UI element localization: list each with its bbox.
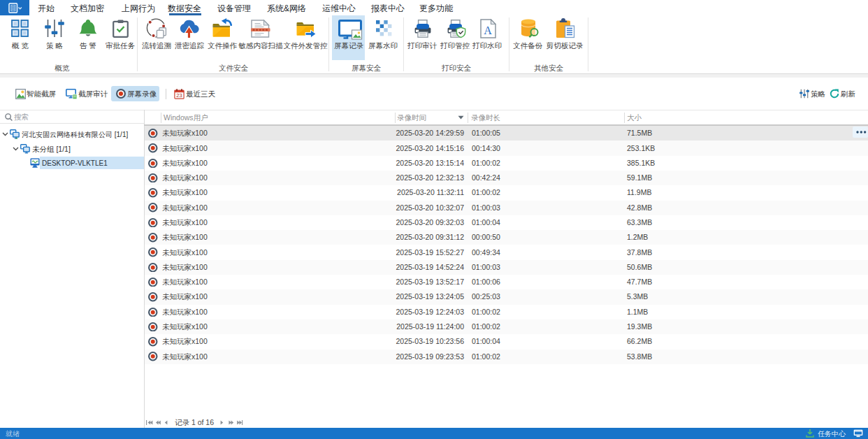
svg-text:23: 23 [176, 92, 182, 99]
svg-text:A: A [484, 24, 492, 36]
